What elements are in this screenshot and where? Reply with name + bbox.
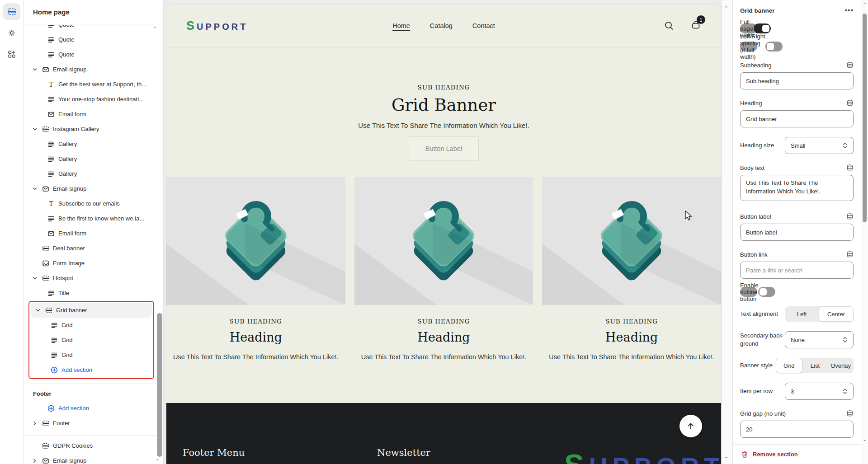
rail-apps-button[interactable] [3,46,20,63]
hero-button[interactable]: Button Label [409,136,479,161]
preview-scroll-down-icon[interactable]: ⌄ [724,454,728,459]
tree-row-gdpr-cookies[interactable]: GDPR Cookies [28,438,160,453]
more-options-icon[interactable]: ••• [844,6,854,14]
rail-settings-button[interactable] [3,24,20,42]
collapse-chevron-icon[interactable]: ⌃ [153,26,157,32]
tree-row-add-section[interactable]: Add section [31,362,152,377]
chevron-down-icon[interactable] [34,307,42,314]
tree-row-label: Email form [58,111,86,117]
chevron-right-icon[interactable] [31,420,38,427]
scroll-to-top-button[interactable] [679,415,702,437]
chevron-down-icon[interactable] [31,66,38,73]
enable-outline-toggle[interactable] [758,287,775,297]
lr-spacing-toggle[interactable] [765,42,783,52]
tree-row-gallery[interactable]: Gallery [28,166,160,181]
text-icon [47,200,55,207]
sidebar-scrollbar-thumb[interactable] [157,313,162,457]
hero-heading: Grid Banner [166,95,721,115]
remove-section-button[interactable]: Remove section [733,444,861,464]
heading-input[interactable] [740,110,854,127]
panel-scrollbar-thumb[interactable] [863,14,867,222]
preview-scroll-up-icon[interactable]: ⌃ [724,5,728,11]
body-text-input[interactable]: Use This Text To Share The Information W… [740,175,854,201]
lr-spacing-label: Left/Right spacing (if full width) [740,33,765,60]
tree-row-grid[interactable]: Grid [31,333,152,347]
tree-row-quote[interactable]: Quote [28,25,160,32]
button-link-input[interactable] [740,262,854,279]
segment-option[interactable]: Center [819,306,854,322]
segment-option[interactable]: Grid [776,358,802,373]
grid-gap-label: Grid gap (no unit) [740,410,786,417]
dynamic-source-icon[interactable] [846,99,854,107]
tree-row-be-the-first-to-know-when-we-la[interactable]: Be the first to know when we la... [28,211,160,226]
tree-row-gallery[interactable]: Gallery [28,136,160,151]
store-footer: Footer Menu Newsletter SUPPORT [166,403,721,464]
subheading-label: Subheading [740,62,771,69]
tree-row-form-image[interactable]: Form Image [28,256,160,271]
segment-option[interactable]: Overlay [828,358,854,373]
tree-row-deal-banner[interactable]: Deal banner [28,241,160,256]
enable-outline-label: Enable outline button [740,282,758,302]
text-icon [47,81,55,88]
tree-row-gallery[interactable]: Gallery [28,151,160,166]
tree-row-your-one-stop-fashion-destinati[interactable]: Your one-stop fashion destinati... [28,92,160,107]
tree-row-add-section[interactable]: Add section [28,401,160,416]
nav-catalog[interactable]: Catalog [430,22,453,29]
grid-card: SUB HEADING Heading Use This Text To Sha… [166,177,345,361]
tree-row-subscribe-to-our-emails[interactable]: Subscribe to our emails [28,196,160,211]
tree-row-title[interactable]: Title [28,286,160,300]
tree-row-hotspot[interactable]: Hotspot [28,271,160,286]
chevron-down-icon[interactable] [31,275,38,282]
tree-row-grid[interactable]: Grid [31,347,152,362]
chevron-down-icon[interactable] [31,185,38,192]
heading-size-select[interactable]: Small [785,137,854,154]
sidebar-scroll-down-icon[interactable]: ⌄ [156,456,160,462]
tree-row-email-form[interactable]: Email form [28,107,160,122]
tree-row-email-signup[interactable]: Email signup [28,181,160,196]
tree-row-label: Email form [58,230,86,237]
text-alignment-segmented: LeftCenter [785,306,854,322]
mail-icon [47,111,55,118]
dynamic-source-icon[interactable] [846,251,854,258]
store-logo[interactable]: SUPPORT [186,19,248,33]
tree-row-label: Gallery [58,155,77,162]
tree-row-footer[interactable]: Footer [28,416,160,431]
tree-row-quote[interactable]: Quote [28,47,160,62]
search-icon[interactable] [664,21,674,31]
subheading-input[interactable] [740,72,854,89]
segment-option[interactable]: Left [785,306,819,322]
dynamic-source-icon[interactable] [846,61,854,69]
tree-row-grid[interactable]: Grid [31,318,152,333]
tree-row-grid-banner[interactable]: Grid banner [31,303,152,318]
footer-newsletter-title: Newsletter [377,447,430,458]
tree-row-email-form[interactable]: Email form [28,226,160,241]
button-label-input[interactable] [740,224,854,241]
tree-row-get-the-best-wear-at-support-th[interactable]: Get the best wear at Support, th... [28,77,160,92]
panel-scroll-down-icon[interactable]: ⌄ [863,436,867,442]
nav-home[interactable]: Home [392,22,410,29]
secondary-background-select[interactable]: None [785,331,854,348]
tree-row-email-signup[interactable]: Email signup [28,62,160,77]
panel-scroll-up-icon[interactable]: ⌃ [863,2,867,8]
chevron-right-icon[interactable] [31,457,38,464]
dynamic-source-icon[interactable] [846,213,854,220]
panel-title: Grid banner [740,7,775,14]
heading-size-label: Heading size [740,141,785,150]
tree-row-label: Email signup [53,66,86,73]
rail-sections-button[interactable] [3,3,20,20]
tree-row-email-signup[interactable]: Email signup [28,453,160,464]
dynamic-source-icon[interactable] [846,410,854,417]
tree-row-instagram-gallery[interactable]: Instagram Gallery [28,122,160,136]
sections-icon [7,7,16,16]
item-per-row-select[interactable]: 3 [785,383,854,400]
card-heading: Heading [542,330,721,344]
segment-option[interactable]: List [802,358,828,373]
chevron-down-icon[interactable] [31,126,38,133]
dynamic-source-icon[interactable] [846,164,854,171]
cart-button[interactable]: 1 [690,19,701,32]
grid-gap-input[interactable] [740,421,854,438]
full-page-width-toggle[interactable] [754,23,771,33]
tree-row-label: Be the first to know when we la... [58,215,144,222]
nav-contact[interactable]: Contact [472,22,495,29]
tree-row-quote[interactable]: Quote [28,32,160,47]
